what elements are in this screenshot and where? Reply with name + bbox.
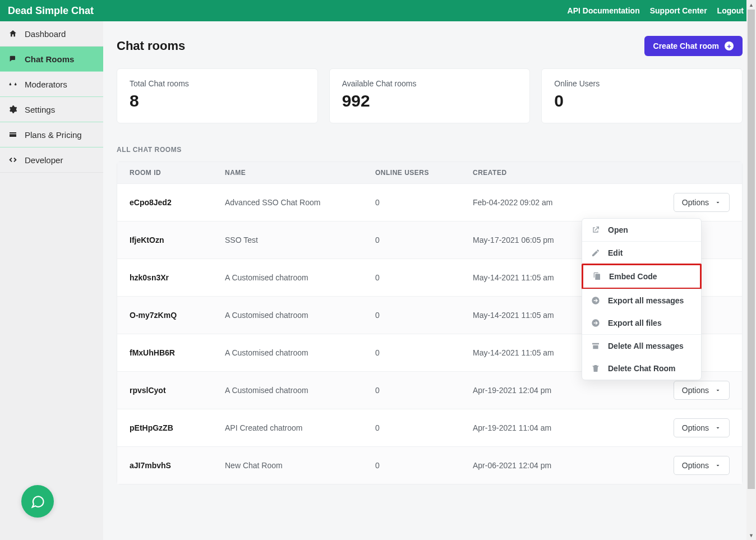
sidebar-item-label: Moderators	[25, 80, 67, 89]
cell-room-id: rpvslCyot	[130, 386, 225, 395]
stat-label: Online Users	[554, 79, 730, 88]
cell-name: A Customised chatroom	[225, 311, 375, 320]
card-icon	[8, 130, 18, 140]
cell-online: 0	[375, 273, 473, 282]
cell-online: 0	[375, 461, 473, 470]
brand-title: Dead Simple Chat	[8, 5, 94, 17]
table-row: eCpo8Jed2 Advanced SSO Chat Room 0 Feb-0…	[117, 183, 742, 221]
nav-logout[interactable]: Logout	[717, 6, 744, 15]
cell-name: A Customised chatroom	[225, 273, 375, 282]
options-button[interactable]: Options	[674, 381, 730, 400]
sidebar-item-developer[interactable]: Developer	[0, 147, 103, 173]
main-content: Chat rooms Create Chat room + Total Chat…	[103, 21, 756, 540]
options-button[interactable]: Options	[674, 193, 730, 212]
arrow-right-circle-icon	[591, 319, 600, 327]
nav-api-docs[interactable]: API Documentation	[568, 6, 640, 15]
options-dropdown: Open Edit Embed Code Export all messa	[582, 218, 702, 380]
cell-room-id: IfjeKtOzn	[130, 236, 225, 244]
cell-online: 0	[375, 198, 473, 207]
stat-value: 0	[554, 91, 730, 110]
cell-room-id: hzk0sn3Xr	[130, 273, 225, 282]
sidebar-item-moderators[interactable]: Moderators	[0, 72, 103, 97]
plus-circle-icon: +	[725, 41, 734, 50]
dropdown-edit[interactable]: Edit	[582, 242, 701, 264]
sidebar-item-label: Dashboard	[25, 29, 66, 39]
options-button[interactable]: Options	[674, 418, 730, 437]
header-created: CREATED	[473, 169, 607, 177]
header-name: NAME	[225, 169, 375, 177]
cell-name: New Chat Room	[225, 461, 375, 470]
options-label: Options	[682, 423, 709, 432]
dropdown-label: Edit	[608, 248, 623, 257]
cell-created: Apr-19-2021 12:04 pm	[473, 386, 607, 395]
cell-room-id: aJI7mbvhS	[130, 461, 225, 470]
dropdown-export-files[interactable]: Export all files	[582, 312, 701, 334]
dropdown-label: Export all files	[608, 319, 662, 327]
sidebar-item-dashboard[interactable]: Dashboard	[0, 21, 103, 47]
code-icon	[8, 155, 18, 165]
stat-total-rooms: Total Chat rooms 8	[117, 68, 318, 123]
chevron-down-icon	[714, 199, 721, 206]
scroll-down-arrow[interactable]: ▼	[746, 530, 756, 540]
trash-icon	[591, 364, 600, 373]
sidebar-item-label: Settings	[25, 105, 55, 114]
arrow-right-circle-icon	[591, 296, 600, 305]
stat-label: Total Chat rooms	[130, 79, 305, 88]
header-online-users: ONLINE USERS	[375, 169, 473, 177]
sidebar: Dashboard Chat Rooms Moderators Settings…	[0, 21, 103, 540]
stat-online-users: Online Users 0	[541, 68, 743, 123]
sidebar-item-plans[interactable]: Plans & Pricing	[0, 122, 103, 147]
create-chat-room-button[interactable]: Create Chat room +	[644, 36, 743, 56]
stats-row: Total Chat rooms 8 Available Chat rooms …	[117, 68, 743, 123]
cell-created: Apr-19-2021 11:04 am	[473, 423, 607, 432]
dropdown-label: Embed Code	[609, 272, 657, 281]
cell-name: Advanced SSO Chat Room	[225, 198, 375, 207]
options-button[interactable]: Options	[674, 456, 730, 475]
table-row: aJI7mbvhS New Chat Room 0 Apr-06-2021 12…	[117, 446, 742, 484]
dropdown-delete-messages[interactable]: Delete All messages	[582, 335, 701, 357]
scroll-thumb[interactable]	[748, 10, 755, 489]
nav-support[interactable]: Support Center	[650, 6, 707, 15]
sidebar-item-chat-rooms[interactable]: Chat Rooms	[0, 47, 103, 72]
chevron-down-icon	[714, 424, 721, 431]
dropdown-embed-code[interactable]: Embed Code	[582, 264, 702, 289]
stat-available-rooms: Available Chat rooms 992	[329, 68, 531, 123]
cell-online: 0	[375, 311, 473, 320]
scroll-up-arrow[interactable]: ▲	[746, 0, 756, 10]
sidebar-item-settings[interactable]: Settings	[0, 97, 103, 122]
cell-created: Feb-04-2022 09:02 am	[473, 198, 607, 207]
chevron-down-icon	[714, 387, 721, 394]
page-title: Chat rooms	[117, 39, 185, 53]
copy-icon	[592, 272, 601, 281]
section-label: ALL CHAT ROOMS	[117, 146, 743, 154]
edit-icon	[591, 248, 600, 257]
dropdown-delete-room[interactable]: Delete Chat Room	[582, 357, 701, 380]
dropdown-label: Delete Chat Room	[608, 364, 676, 373]
table-header: ROOM ID NAME ONLINE USERS CREATED	[117, 162, 742, 183]
header-room-id: ROOM ID	[130, 169, 225, 177]
dropdown-export-messages[interactable]: Export all messages	[582, 289, 701, 312]
stat-label: Available Chat rooms	[342, 79, 518, 88]
chat-rooms-table: ROOM ID NAME ONLINE USERS CREATED eCpo8J…	[117, 161, 743, 484]
chat-bubble-icon	[30, 493, 45, 509]
sidebar-item-label: Chat Rooms	[25, 54, 74, 64]
cell-online: 0	[375, 236, 473, 244]
external-link-icon	[591, 225, 600, 234]
scroll-track[interactable]	[746, 10, 756, 530]
cell-room-id: O-my7zKmQ	[130, 311, 225, 320]
cell-name: API Created chatroom	[225, 423, 375, 432]
vertical-scrollbar[interactable]: ▲ ▼	[746, 0, 756, 540]
table-row: pEtHpGzZB API Created chatroom 0 Apr-19-…	[117, 409, 742, 446]
comments-icon	[8, 54, 18, 64]
cell-room-id: fMxUhHB6R	[130, 348, 225, 357]
dropdown-open[interactable]: Open	[582, 219, 701, 241]
sidebar-item-label: Developer	[25, 155, 63, 165]
archive-icon	[591, 341, 600, 350]
stat-value: 992	[342, 91, 518, 110]
cell-online: 0	[375, 386, 473, 395]
create-button-label: Create Chat room	[653, 41, 719, 50]
help-chat-bubble[interactable]	[21, 485, 54, 518]
gear-icon	[8, 104, 18, 114]
dropdown-label: Open	[608, 225, 628, 234]
options-label: Options	[682, 461, 709, 470]
